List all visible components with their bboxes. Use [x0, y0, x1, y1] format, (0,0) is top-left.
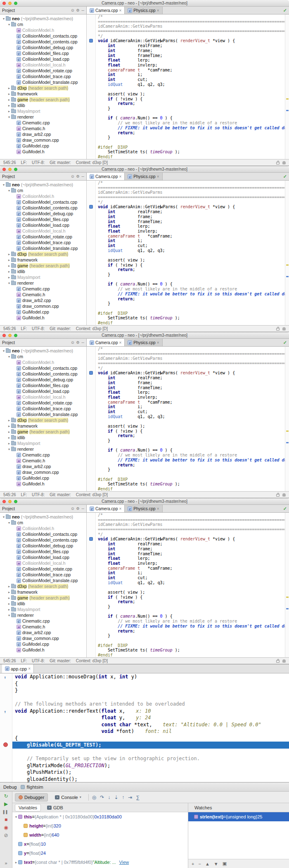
variable-row[interactable]: height = {int} 320 — [12, 821, 188, 830]
gutter[interactable] — [87, 140, 96, 145]
tree-item[interactable]: CollisionModel_load.cpp — [0, 554, 86, 560]
gutter[interactable] — [0, 673, 12, 680]
gutter[interactable] — [87, 185, 96, 190]
watch-row[interactable]: strlen(text) = {unsigned long} 25 — [188, 812, 289, 821]
tree-item[interactable]: renderer — [0, 446, 86, 452]
close-window-button[interactable] — [2, 500, 6, 503]
gutter[interactable] — [87, 38, 96, 43]
tree-chevron-icon[interactable] — [2, 17, 6, 21]
tab-console[interactable]: Console ▾ — [51, 793, 85, 801]
tree-item[interactable]: GuiModel.cpp — [0, 641, 86, 647]
tree-item[interactable]: cm — [0, 354, 86, 359]
minimize-window-button[interactable] — [8, 168, 12, 171]
tree-item[interactable]: Cinematic.h — [0, 458, 86, 464]
bookmark-icon[interactable] — [89, 205, 93, 209]
gutter[interactable] — [87, 224, 96, 229]
tree-item[interactable]: framework — [0, 423, 86, 429]
gutter[interactable] — [87, 419, 96, 424]
gutter[interactable] — [87, 376, 96, 380]
pause-icon[interactable]: ▌▌ — [3, 809, 9, 815]
gutter[interactable] — [87, 209, 96, 214]
gutter[interactable] — [87, 580, 96, 585]
step-out-icon[interactable]: ↑ — [122, 794, 124, 800]
gutter[interactable] — [87, 14, 96, 19]
close-window-button[interactable] — [2, 2, 6, 5]
gutter[interactable] — [87, 595, 96, 600]
gutter[interactable] — [87, 205, 96, 209]
gutter[interactable] — [87, 190, 96, 195]
tree-item[interactable]: CollisionModel_trace.cpp — [0, 572, 86, 578]
gutter[interactable] — [87, 43, 96, 48]
tree-item[interactable]: cm — [0, 520, 86, 526]
editor-tab[interactable]: Physics.cpp × — [125, 173, 162, 180]
editor-tab[interactable]: app.cpp × — [2, 664, 34, 673]
status-item[interactable]: Git: master: — [50, 492, 71, 497]
more-options-icon[interactable]: » — [5, 861, 7, 866]
close-tab-icon[interactable]: × — [119, 340, 121, 345]
gutter[interactable] — [87, 72, 96, 77]
gutter[interactable] — [87, 638, 96, 643]
gutter[interactable] — [87, 404, 96, 409]
editor-tab[interactable]: Camera.cpp × — [87, 339, 125, 346]
tree-item[interactable]: game (header search path) — [0, 263, 86, 269]
gutter[interactable] — [87, 24, 96, 29]
gutter[interactable] — [87, 361, 96, 366]
status-item[interactable]: Context: d3xp [D] — [76, 659, 108, 663]
project-pane-header[interactable]: Project ⊙⚙─ — [0, 505, 87, 512]
bookmark-icon[interactable] — [89, 39, 93, 43]
gutter[interactable] — [87, 380, 96, 385]
tree-chevron-icon[interactable] — [7, 115, 11, 119]
tree-chevron-icon[interactable] — [7, 98, 11, 102]
todo-stripe-mark[interactable] — [286, 264, 289, 266]
settings-gear-icon[interactable]: ⚙ — [76, 507, 80, 511]
info-stripe-mark[interactable] — [286, 276, 289, 277]
gutter[interactable] — [87, 527, 96, 532]
gutter[interactable] — [87, 371, 96, 376]
variable-row[interactable]: text = {const char * | 0x7fff5fbfd4f0} "… — [12, 858, 188, 867]
gutter[interactable] — [87, 238, 96, 243]
editor-tab[interactable]: Camera.cpp × — [87, 505, 125, 512]
gutter[interactable] — [87, 292, 96, 297]
status-item[interactable]: Git: master: — [50, 659, 71, 663]
gutter[interactable] — [87, 53, 96, 58]
editor-tab[interactable]: Physics.cpp × — [125, 505, 162, 512]
tree-item[interactable]: idlib — [0, 435, 86, 440]
gutter[interactable] — [87, 385, 96, 390]
gutter[interactable] — [0, 742, 12, 749]
hide-panel-icon[interactable]: ─ — [82, 174, 84, 178]
gutter[interactable] — [87, 575, 96, 580]
expand-chevron-icon[interactable] — [14, 815, 18, 819]
hector-inspections-icon[interactable] — [282, 327, 286, 331]
editor-scrollbar[interactable] — [285, 181, 289, 325]
tree-chevron-icon[interactable] — [7, 590, 11, 594]
gutter[interactable] — [87, 311, 96, 316]
gutter[interactable] — [87, 121, 96, 126]
breakpoint-icon[interactable] — [3, 742, 8, 747]
inspection-status-icon[interactable]: ✓ — [283, 506, 287, 511]
gutter[interactable] — [87, 648, 96, 653]
tree-item[interactable]: framework — [0, 589, 86, 595]
status-item[interactable]: UTF-8: — [32, 659, 45, 663]
close-tab-icon[interactable]: × — [157, 340, 159, 345]
gutter[interactable] — [87, 400, 96, 405]
hector-inspections-icon[interactable] — [282, 659, 286, 663]
gutter[interactable] — [87, 287, 96, 292]
gutter[interactable] — [87, 556, 96, 561]
move-watch-down-icon[interactable]: ▼ — [214, 861, 218, 866]
tree-item[interactable]: CollisionModel_files.cpp — [0, 549, 86, 554]
gutter[interactable] — [87, 472, 96, 477]
gutter[interactable] — [87, 243, 96, 248]
gutter[interactable] — [87, 29, 96, 34]
gutter[interactable] — [87, 297, 96, 302]
gutter[interactable] — [87, 448, 96, 453]
tree-item[interactable]: CollisionModel_debug.cpp — [0, 543, 86, 549]
status-item[interactable]: 545:26 — [3, 659, 16, 663]
tree-chevron-icon[interactable] — [7, 614, 11, 617]
tree-item[interactable]: game (header search path) — [0, 595, 86, 601]
gutter[interactable] — [87, 424, 96, 429]
tree-item[interactable]: CollisionModel.h — [0, 359, 86, 365]
tree-chevron-icon[interactable] — [7, 424, 11, 428]
editor-tab[interactable]: Camera.cpp × — [87, 173, 125, 180]
tree-item[interactable]: CollisionModel_contacts.cpp — [0, 531, 86, 537]
gutter[interactable] — [87, 390, 96, 395]
